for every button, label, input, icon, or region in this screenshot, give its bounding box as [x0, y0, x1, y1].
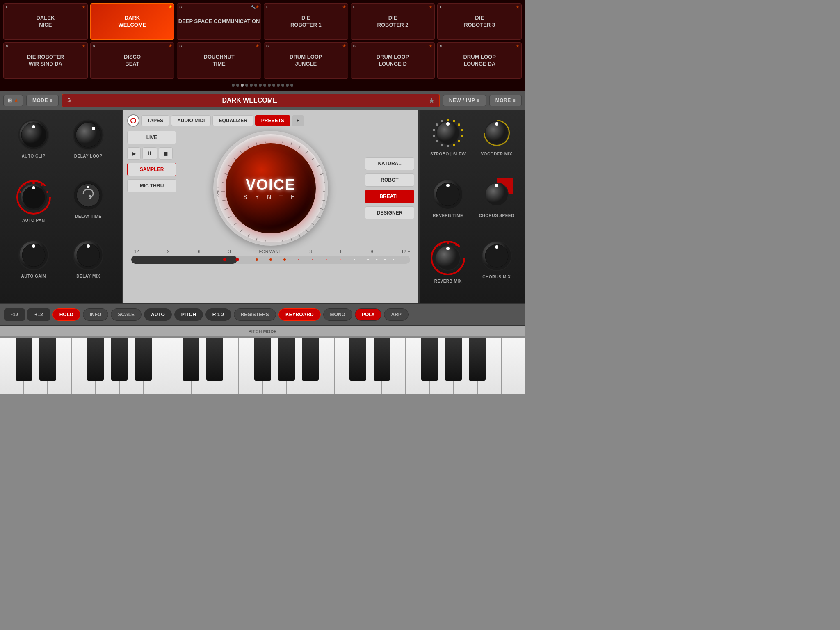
- new-imp-button[interactable]: NEW / IMP ≡: [443, 95, 486, 106]
- tab-equalizer[interactable]: EQUALIZER: [212, 115, 253, 126]
- grid-view-button[interactable]: ⊞ ★: [3, 95, 23, 106]
- robot-button[interactable]: ROBOT: [365, 173, 414, 187]
- mode-button[interactable]: MODE ≡: [26, 95, 59, 106]
- preset-disco-beat[interactable]: S ★ DISCOBEAT: [90, 42, 175, 79]
- black-key-1-5[interactable]: [302, 338, 319, 381]
- black-key-2-1[interactable]: [374, 338, 390, 381]
- page-dot-12[interactable]: [281, 84, 284, 87]
- preset-drum-loop-jungle[interactable]: S ★ DRUM LOOPJUNGLE: [264, 42, 348, 79]
- tab-presets[interactable]: PRESETS: [255, 115, 290, 126]
- page-dot-8[interactable]: [263, 84, 266, 87]
- preset-die-roboter-1[interactable]: L ★ DIEROBOTER 1: [264, 3, 348, 40]
- stop-button[interactable]: ◼: [159, 147, 173, 160]
- reverb-time-knob[interactable]: [431, 178, 464, 211]
- auto-clip-knob-container: AUTO CLIP: [8, 119, 59, 175]
- designer-button[interactable]: DESIGNER: [365, 206, 414, 219]
- arp-button[interactable]: ARP: [384, 308, 408, 321]
- tab-audio-midi[interactable]: AUDIO MIDI: [171, 115, 211, 126]
- strobo-slew-knob[interactable]: [431, 116, 464, 149]
- mic-thru-button[interactable]: MIC THRU: [127, 179, 176, 192]
- preset-die-roboter-wir[interactable]: S ★ DIE ROBOTERWIR SIND DA: [3, 42, 88, 79]
- page-dot-13[interactable]: [286, 84, 289, 87]
- preset-drum-loop-lounge-da[interactable]: S ★ DRUM LOOPLOUNGE DA: [437, 42, 522, 79]
- page-dot-5[interactable]: [250, 84, 253, 87]
- black-key-1-4[interactable]: [278, 338, 295, 381]
- black-key-2-4[interactable]: [445, 338, 462, 381]
- black-key-2-3[interactable]: [421, 338, 438, 381]
- page-dot-2[interactable]: [236, 84, 239, 87]
- tab-plus[interactable]: +: [292, 115, 304, 126]
- formant-bar-track[interactable]: [131, 256, 410, 264]
- formant-dots-svg: [131, 256, 410, 264]
- page-dot-14[interactable]: [290, 84, 293, 87]
- mono-button[interactable]: MONO: [323, 308, 352, 321]
- preset-label: DRUM LOOPJUNGLE: [290, 54, 322, 68]
- auto-pan-knob[interactable]: [15, 179, 52, 216]
- hold-button[interactable]: HOLD: [52, 308, 80, 321]
- minus12-button[interactable]: -12: [4, 308, 25, 321]
- reverb-mix-knob[interactable]: [429, 240, 466, 276]
- delay-loop-knob[interactable]: [72, 119, 105, 151]
- inner-wheel[interactable]: VOICE S Y N T H: [226, 143, 316, 233]
- black-key-0-1[interactable]: [39, 338, 56, 381]
- page-dot-4[interactable]: [245, 84, 248, 87]
- tab-tapes[interactable]: TAPES: [141, 115, 169, 126]
- page-dot-6[interactable]: [254, 84, 257, 87]
- record-button[interactable]: [127, 114, 139, 127]
- page-dot-10[interactable]: [272, 84, 275, 87]
- chorus-speed-knob[interactable]: [480, 178, 513, 211]
- info-button[interactable]: INFO: [83, 308, 109, 321]
- registers-button[interactable]: REGISTERS: [234, 308, 276, 321]
- black-key-0-3[interactable]: [87, 338, 104, 381]
- outer-ring[interactable]: SHIFT PITCH VOICE S Y N T H: [213, 131, 328, 246]
- r12-button[interactable]: R 1 2: [205, 308, 231, 321]
- chorus-mix-knob[interactable]: [480, 240, 513, 272]
- pitch-button[interactable]: PITCH: [174, 308, 203, 321]
- delay-time-knob[interactable]: [72, 179, 105, 212]
- preset-grid: L ★ DALEKNICE ★ DARKWELCOME S 🔧★ DEEP SP…: [0, 0, 525, 82]
- svg-point-8: [23, 186, 45, 208]
- keyboard-button[interactable]: KEYBOARD: [278, 308, 321, 321]
- preset-drum-loop-lounge-d[interactable]: S ★ DRUM LOOPLOUNGE D: [351, 42, 435, 79]
- auto-button[interactable]: AUTO: [144, 308, 172, 321]
- pause-button[interactable]: ⏸: [142, 147, 157, 160]
- preset-doughnut-time[interactable]: S ★ DOUGHNUTTIME: [177, 42, 261, 79]
- page-dot-9[interactable]: [268, 84, 271, 87]
- white-key-21[interactable]: [501, 338, 525, 394]
- auto-gain-knob[interactable]: [17, 239, 50, 272]
- page-dot-3[interactable]: [241, 84, 244, 87]
- poly-button[interactable]: POLY: [355, 308, 382, 321]
- breath-button[interactable]: BREATH: [365, 190, 414, 203]
- svg-line-28: [306, 151, 308, 154]
- live-button[interactable]: LIVE: [127, 131, 176, 144]
- more-button[interactable]: MORE ≡: [489, 95, 522, 106]
- delay-mix-knob[interactable]: [72, 239, 105, 272]
- black-key-1-0[interactable]: [183, 338, 199, 381]
- black-key-0-5[interactable]: [135, 338, 152, 381]
- natural-button[interactable]: NATURAL: [365, 157, 414, 170]
- svg-point-73: [447, 119, 449, 121]
- vocoder-mix-knob[interactable]: [480, 116, 513, 149]
- page-dot-11[interactable]: [277, 84, 280, 87]
- svg-point-4: [76, 123, 100, 147]
- page-dot-7[interactable]: [259, 84, 262, 87]
- svg-point-70: [376, 259, 377, 260]
- play-button[interactable]: ▶: [127, 147, 141, 160]
- black-key-1-1[interactable]: [206, 338, 223, 381]
- preset-dark-welcome[interactable]: ★ DARKWELCOME: [90, 3, 175, 40]
- scale-button[interactable]: SCALE: [111, 308, 142, 321]
- preset-die-roboter-3[interactable]: L ★ DIEROBOTER 3: [437, 3, 522, 40]
- black-key-1-3[interactable]: [254, 338, 271, 381]
- preset-dalek-nice[interactable]: L ★ DALEKNICE: [3, 3, 88, 40]
- preset-deep-space[interactable]: S 🔧★ DEEP SPACE COMMUNICATION: [177, 3, 261, 40]
- preset-die-roboter-2[interactable]: L ★ DIEROBOTER 2: [351, 3, 435, 40]
- page-dot-1[interactable]: [232, 84, 235, 87]
- black-key-2-0[interactable]: [349, 338, 366, 381]
- auto-clip-knob[interactable]: [17, 119, 50, 151]
- black-key-2-5[interactable]: [469, 338, 486, 381]
- black-key-0-0[interactable]: [16, 338, 32, 381]
- keyboard[interactable]: [0, 338, 525, 394]
- plus12-button[interactable]: +12: [27, 308, 50, 321]
- sampler-button[interactable]: SAMPLER: [127, 163, 176, 176]
- black-key-0-4[interactable]: [111, 338, 128, 381]
